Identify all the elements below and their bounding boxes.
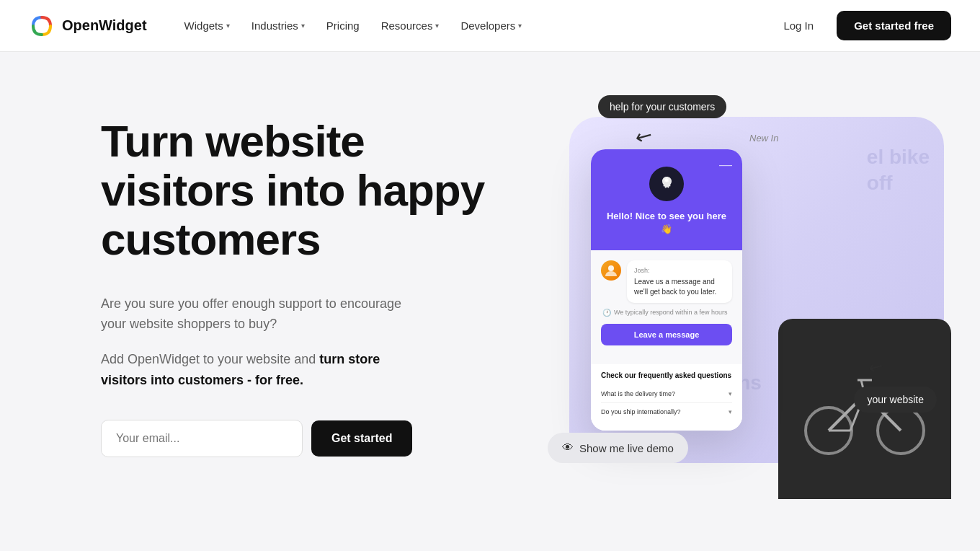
chevron-down-icon: ▾ [301, 22, 305, 30]
hero-form: Get started [101, 420, 497, 457]
hero-desc2: Add OpenWidget to your website and turn … [101, 349, 418, 391]
chat-message-row: Josh: Leave us a message and we'll get b… [601, 260, 732, 303]
bike-promo-text: el bike off [867, 144, 930, 197]
leave-message-button[interactable]: Leave a message [601, 324, 732, 345]
chat-body: Josh: Leave us a message and we'll get b… [591, 250, 742, 364]
minimize-icon: — [719, 158, 732, 171]
help-tooltip: help for your customers [598, 95, 726, 118]
agent-name: Josh: [634, 266, 725, 276]
hero-illustration: help for your customers ↙ New In el bike… [526, 95, 951, 499]
logo-text: OpenWidget [62, 17, 147, 34]
logo-link[interactable]: OpenWidget [29, 13, 147, 39]
hero-desc1: Are you sure you offer enough support to… [101, 294, 418, 335]
agent-avatar-icon [604, 263, 618, 278]
response-time: 🕐 We typically respond within a few hour… [601, 309, 732, 317]
nav-industries[interactable]: Industries ▾ [243, 14, 313, 38]
nav-actions: Log In Get started free [769, 11, 951, 40]
chat-bot-avatar [649, 167, 684, 201]
live-demo-button[interactable]: 👁 Show me live demo [548, 433, 688, 463]
agent-avatar [601, 260, 621, 281]
hero-left: Turn website visitors into happy custome… [101, 95, 497, 457]
chevron-down-icon: ▾ [435, 22, 439, 30]
email-input[interactable] [101, 420, 303, 457]
website-tooltip: your website [854, 387, 937, 413]
faq-chevron-icon: ▾ [729, 390, 732, 397]
clock-icon: 🕐 [602, 309, 611, 317]
svg-point-11 [608, 265, 614, 271]
logo-icon [29, 13, 55, 39]
hero-title: Turn website visitors into happy custome… [101, 117, 497, 265]
chat-greeting: Hello! Nice to see you here 👋 [605, 210, 728, 236]
chat-header: — Hello! Nice to see you here 👋 [591, 149, 742, 250]
eye-icon: 👁 [562, 441, 574, 454]
get-started-free-button[interactable]: Get started free [837, 11, 951, 40]
navbar: OpenWidget Widgets ▾ Industries ▾ Pricin… [0, 0, 980, 52]
chat-widget: — Hello! Nice to see you here 👋 [591, 149, 742, 431]
faq-chevron-icon: ▾ [729, 408, 732, 415]
chevron-down-icon: ▾ [226, 22, 230, 30]
nav-links: Widgets ▾ Industries ▾ Pricing Resources… [176, 14, 770, 38]
nav-widgets[interactable]: Widgets ▾ [176, 14, 239, 38]
bot-icon [658, 175, 675, 193]
faq-item-1[interactable]: What is the delivery time? ▾ [601, 385, 732, 403]
chat-bubble: Josh: Leave us a message and we'll get b… [627, 260, 732, 303]
nav-developers[interactable]: Developers ▾ [452, 14, 530, 38]
faq-section: Check our frequently asked questions Wha… [591, 364, 742, 431]
nav-pricing[interactable]: Pricing [318, 14, 368, 38]
hero-section: Turn website visitors into happy custome… [0, 52, 980, 551]
chevron-down-icon: ▾ [518, 22, 522, 30]
faq-item-2[interactable]: Do you ship internationally? ▾ [601, 403, 732, 420]
new-in-label: New In [749, 133, 778, 144]
login-button[interactable]: Log In [769, 12, 828, 39]
nav-resources[interactable]: Resources ▾ [373, 14, 448, 38]
faq-title: Check our frequently asked questions [601, 364, 732, 379]
get-started-button[interactable]: Get started [311, 420, 412, 457]
